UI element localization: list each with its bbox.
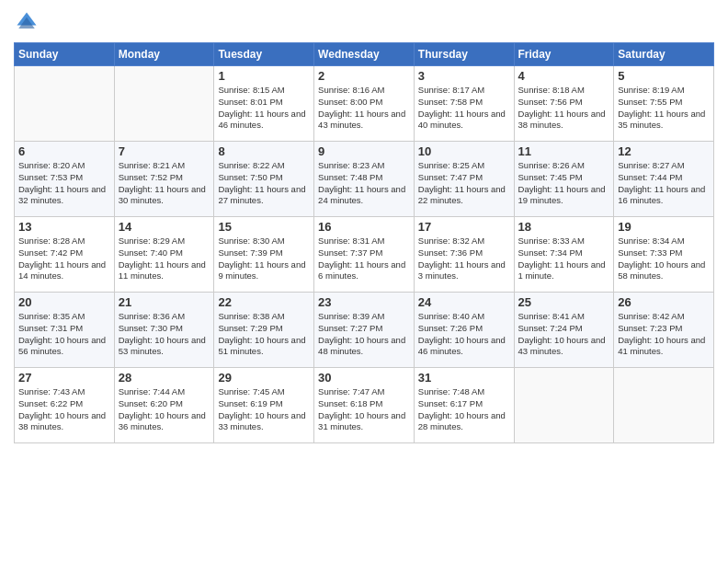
day-number: 7 [119,144,210,158]
day-number: 4 [518,69,610,83]
calendar-cell [15,66,115,142]
day-info: Sunrise: 8:41 AM Sunset: 7:24 PM Dayligh… [518,311,610,358]
calendar-cell: 23Sunrise: 8:39 AM Sunset: 7:27 PM Dayli… [314,293,415,368]
week-row-1: 1Sunrise: 8:15 AM Sunset: 8:01 PM Daylig… [15,66,714,142]
day-info: Sunrise: 8:32 AM Sunset: 7:36 PM Dayligh… [418,236,510,282]
day-info: Sunrise: 8:30 AM Sunset: 7:39 PM Dayligh… [218,236,310,282]
calendar-cell [514,368,614,443]
day-number: 30 [318,371,410,385]
day-number: 29 [218,371,310,385]
week-row-3: 13Sunrise: 8:28 AM Sunset: 7:42 PM Dayli… [15,217,714,293]
week-row-2: 6Sunrise: 8:20 AM Sunset: 7:53 PM Daylig… [15,142,714,217]
day-number: 31 [418,371,510,385]
day-info: Sunrise: 7:45 AM Sunset: 6:19 PM Dayligh… [218,386,310,433]
day-number: 25 [518,295,610,309]
calendar-cell: 26Sunrise: 8:42 AM Sunset: 7:23 PM Dayli… [614,293,714,368]
day-number: 2 [318,69,410,83]
day-info: Sunrise: 8:25 AM Sunset: 7:47 PM Dayligh… [418,160,510,207]
calendar-cell: 13Sunrise: 8:28 AM Sunset: 7:42 PM Dayli… [15,217,115,293]
day-info: Sunrise: 8:18 AM Sunset: 7:56 PM Dayligh… [518,85,610,132]
header [14,9,714,35]
day-number: 12 [618,144,710,158]
week-row-5: 27Sunrise: 7:43 AM Sunset: 6:22 PM Dayli… [15,368,714,443]
calendar-cell: 19Sunrise: 8:34 AM Sunset: 7:33 PM Dayli… [614,217,714,293]
day-info: Sunrise: 8:20 AM Sunset: 7:53 PM Dayligh… [18,160,110,207]
day-number: 28 [119,371,210,385]
calendar-cell: 11Sunrise: 8:26 AM Sunset: 7:45 PM Dayli… [514,142,614,217]
day-number: 23 [318,295,410,309]
calendar-cell: 27Sunrise: 7:43 AM Sunset: 6:22 PM Dayli… [15,368,115,443]
day-info: Sunrise: 8:28 AM Sunset: 7:42 PM Dayligh… [18,236,110,282]
day-info: Sunrise: 8:26 AM Sunset: 7:45 PM Dayligh… [518,160,610,207]
calendar-cell: 2Sunrise: 8:16 AM Sunset: 8:00 PM Daylig… [314,66,415,142]
day-number: 14 [119,220,210,234]
day-number: 15 [218,220,310,234]
day-number: 22 [218,295,310,309]
day-info: Sunrise: 8:21 AM Sunset: 7:52 PM Dayligh… [119,160,210,207]
calendar-cell: 30Sunrise: 7:47 AM Sunset: 6:18 PM Dayli… [314,368,415,443]
calendar-cell: 3Sunrise: 8:17 AM Sunset: 7:58 PM Daylig… [414,66,514,142]
calendar-cell: 14Sunrise: 8:29 AM Sunset: 7:40 PM Dayli… [114,217,214,293]
day-info: Sunrise: 8:27 AM Sunset: 7:44 PM Dayligh… [618,160,710,207]
day-info: Sunrise: 8:34 AM Sunset: 7:33 PM Dayligh… [618,236,710,282]
day-number: 16 [318,220,410,234]
calendar-cell [114,66,214,142]
day-info: Sunrise: 8:38 AM Sunset: 7:29 PM Dayligh… [218,311,310,358]
calendar-cell: 20Sunrise: 8:35 AM Sunset: 7:31 PM Dayli… [15,293,115,368]
calendar-cell: 22Sunrise: 8:38 AM Sunset: 7:29 PM Dayli… [214,293,314,368]
calendar-cell: 1Sunrise: 8:15 AM Sunset: 8:01 PM Daylig… [214,66,314,142]
day-info: Sunrise: 7:47 AM Sunset: 6:18 PM Dayligh… [318,386,410,433]
weekday-header-monday: Monday [114,43,214,66]
weekday-header-tuesday: Tuesday [214,43,314,66]
calendar-cell [614,368,714,443]
calendar-cell: 15Sunrise: 8:30 AM Sunset: 7:39 PM Dayli… [214,217,314,293]
day-info: Sunrise: 8:31 AM Sunset: 7:37 PM Dayligh… [318,236,410,282]
day-info: Sunrise: 8:22 AM Sunset: 7:50 PM Dayligh… [218,160,310,207]
calendar-cell: 5Sunrise: 8:19 AM Sunset: 7:55 PM Daylig… [614,66,714,142]
day-number: 8 [218,144,310,158]
day-info: Sunrise: 8:36 AM Sunset: 7:30 PM Dayligh… [119,311,210,358]
day-info: Sunrise: 8:16 AM Sunset: 8:00 PM Dayligh… [318,85,410,132]
calendar-cell: 17Sunrise: 8:32 AM Sunset: 7:36 PM Dayli… [414,217,514,293]
calendar-cell: 28Sunrise: 7:44 AM Sunset: 6:20 PM Dayli… [114,368,214,443]
day-number: 10 [418,144,510,158]
day-number: 27 [18,371,110,385]
day-number: 13 [18,220,110,234]
calendar-cell: 4Sunrise: 8:18 AM Sunset: 7:56 PM Daylig… [514,66,614,142]
day-info: Sunrise: 7:44 AM Sunset: 6:20 PM Dayligh… [119,386,210,433]
calendar-cell: 6Sunrise: 8:20 AM Sunset: 7:53 PM Daylig… [15,142,115,217]
week-row-4: 20Sunrise: 8:35 AM Sunset: 7:31 PM Dayli… [15,293,714,368]
day-number: 1 [218,69,310,83]
day-info: Sunrise: 8:35 AM Sunset: 7:31 PM Dayligh… [18,311,110,358]
logo-icon [14,9,40,35]
day-info: Sunrise: 7:43 AM Sunset: 6:22 PM Dayligh… [18,386,110,433]
day-number: 3 [418,69,510,83]
calendar-cell: 7Sunrise: 8:21 AM Sunset: 7:52 PM Daylig… [114,142,214,217]
day-number: 26 [618,295,710,309]
day-number: 17 [418,220,510,234]
day-number: 19 [618,220,710,234]
day-number: 5 [618,69,710,83]
day-info: Sunrise: 8:23 AM Sunset: 7:48 PM Dayligh… [318,160,410,207]
day-number: 11 [518,144,610,158]
calendar-cell: 16Sunrise: 8:31 AM Sunset: 7:37 PM Dayli… [314,217,415,293]
calendar-cell: 29Sunrise: 7:45 AM Sunset: 6:19 PM Dayli… [214,368,314,443]
day-info: Sunrise: 8:15 AM Sunset: 8:01 PM Dayligh… [218,85,310,132]
logo [14,9,43,35]
weekday-header-wednesday: Wednesday [314,43,415,66]
weekday-header-row: SundayMondayTuesdayWednesdayThursdayFrid… [15,43,714,66]
weekday-header-thursday: Thursday [414,43,514,66]
calendar-cell: 31Sunrise: 7:48 AM Sunset: 6:17 PM Dayli… [414,368,514,443]
page: SundayMondayTuesdayWednesdayThursdayFrid… [0,0,728,453]
weekday-header-friday: Friday [514,43,614,66]
day-info: Sunrise: 8:29 AM Sunset: 7:40 PM Dayligh… [119,236,210,282]
day-info: Sunrise: 8:19 AM Sunset: 7:55 PM Dayligh… [618,85,710,132]
calendar-cell: 24Sunrise: 8:40 AM Sunset: 7:26 PM Dayli… [414,293,514,368]
day-number: 24 [418,295,510,309]
calendar-cell: 18Sunrise: 8:33 AM Sunset: 7:34 PM Dayli… [514,217,614,293]
day-number: 21 [119,295,210,309]
day-info: Sunrise: 8:33 AM Sunset: 7:34 PM Dayligh… [518,236,610,282]
day-info: Sunrise: 8:17 AM Sunset: 7:58 PM Dayligh… [418,85,510,132]
calendar-cell: 8Sunrise: 8:22 AM Sunset: 7:50 PM Daylig… [214,142,314,217]
calendar-cell: 10Sunrise: 8:25 AM Sunset: 7:47 PM Dayli… [414,142,514,217]
